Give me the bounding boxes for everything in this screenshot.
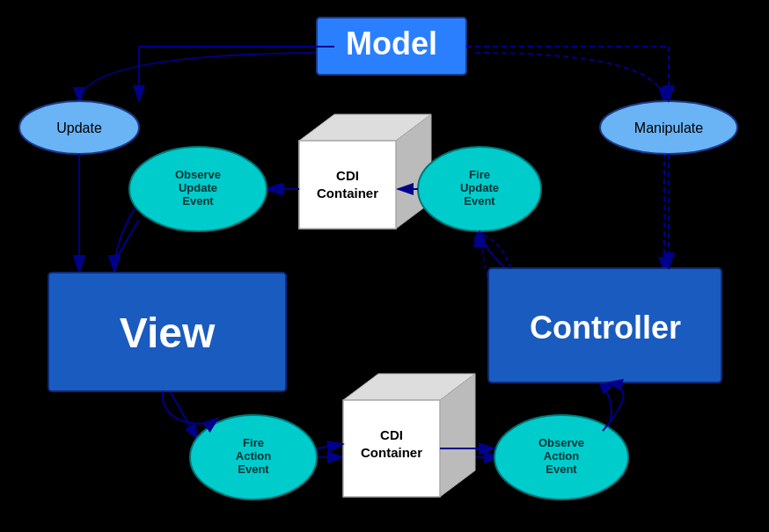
- diagram-svg: Model Update Manipulate CDI Container Ob…: [0, 0, 769, 532]
- svg-text:Event: Event: [182, 194, 214, 208]
- svg-text:Update: Update: [179, 181, 217, 194]
- svg-text:Fire: Fire: [243, 436, 264, 449]
- update-label: Update: [56, 120, 102, 135]
- svg-text:Observe: Observe: [538, 436, 584, 449]
- svg-text:Event: Event: [546, 463, 577, 476]
- controller-label: Controller: [530, 310, 681, 346]
- cdi-top-label: CDI: [336, 168, 359, 183]
- cdi-bottom-label: CDI: [380, 427, 403, 442]
- svg-rect-5: [299, 141, 396, 229]
- svg-text:Event: Event: [464, 194, 495, 208]
- svg-text:Update: Update: [460, 181, 499, 194]
- svg-text:Event: Event: [238, 463, 269, 476]
- svg-text:Action: Action: [544, 449, 580, 463]
- observe-update-label: Observe: [175, 168, 221, 181]
- cdi-bottom-label2: Container: [361, 445, 422, 460]
- view-label: View: [120, 310, 216, 356]
- model-label: Model: [346, 26, 437, 62]
- cdi-top-label2: Container: [317, 186, 378, 200]
- manipulate-label: Manipulate: [634, 120, 703, 135]
- svg-text:Fire: Fire: [469, 168, 490, 181]
- svg-text:Action: Action: [236, 449, 272, 463]
